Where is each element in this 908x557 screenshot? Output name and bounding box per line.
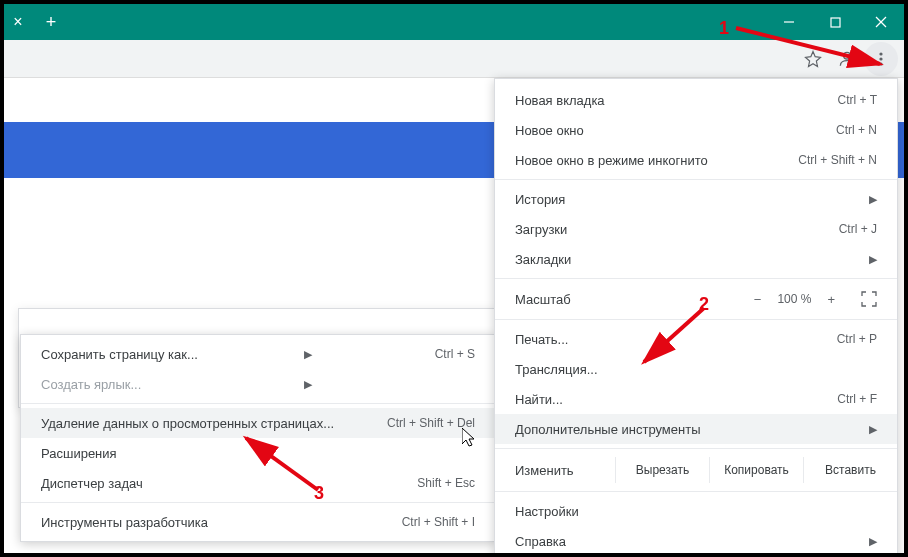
menu-downloads[interactable]: ЗагрузкиCtrl + J [495,214,897,244]
edit-paste-button[interactable]: Вставить [803,457,897,483]
menu-find[interactable]: Найти...Ctrl + F [495,384,897,414]
star-icon [804,50,822,68]
submenu-extensions[interactable]: Расширения [21,438,495,468]
svg-point-7 [879,62,882,65]
zoom-out-button[interactable]: − [748,290,768,309]
maximize-button[interactable] [812,4,858,40]
menu-help[interactable]: Справка▶ [495,526,897,553]
minimize-icon [783,16,795,28]
submenu-clear-browsing-data[interactable]: Удаление данных о просмотренных страница… [21,408,495,438]
new-tab-button[interactable]: + [36,7,66,37]
three-dots-icon [873,51,889,67]
menu-settings[interactable]: Настройки [495,496,897,526]
svg-point-5 [879,52,882,55]
fullscreen-button[interactable] [861,291,877,307]
submenu-save-page[interactable]: Сохранить страницу как...Ctrl + S [21,339,495,369]
tab-close-button[interactable]: × [4,4,32,40]
profile-button[interactable] [830,42,864,76]
close-window-button[interactable] [858,4,904,40]
menu-bookmarks[interactable]: Закладки▶ [495,244,897,274]
submenu-create-shortcut: Создать ярлык... [21,369,495,399]
chevron-right-icon: ▶ [304,348,312,361]
svg-rect-1 [831,18,840,27]
svg-point-6 [879,57,882,60]
chevron-right-icon: ▶ [869,253,877,266]
menu-edit-row: Изменить Вырезать Копировать Вставить [495,453,897,487]
zoom-in-button[interactable]: + [821,290,841,309]
fullscreen-icon [861,291,877,307]
menu-new-window[interactable]: Новое окноCtrl + N [495,115,897,145]
menu-history[interactable]: История▶ [495,184,897,214]
main-menu: Новая вкладкаCtrl + T Новое окноCtrl + N… [494,78,898,553]
submenu-dev-tools[interactable]: Инструменты разработчикаCtrl + Shift + I [21,507,495,537]
more-tools-submenu: Сохранить страницу как...Ctrl + S Создат… [20,334,496,542]
submenu-task-manager[interactable]: Диспетчер задачShift + Esc [21,468,495,498]
close-icon [875,16,887,28]
chevron-right-icon: ▶ [869,193,877,206]
menu-new-incognito[interactable]: Новое окно в режиме инкогнитоCtrl + Shif… [495,145,897,175]
menu-print[interactable]: Печать...Ctrl + P [495,324,897,354]
menu-zoom-row: Масштаб − 100 % + [495,283,897,315]
menu-cast[interactable]: Трансляция... [495,354,897,384]
titlebar: × + [4,4,904,40]
chevron-right-icon: ▶ [869,423,877,436]
chevron-right-icon: ▶ [304,378,312,391]
zoom-level: 100 % [777,292,811,306]
edit-copy-button[interactable]: Копировать [709,457,803,483]
toolbar [4,40,904,78]
maximize-icon [830,17,841,28]
svg-point-4 [844,52,851,59]
menu-new-tab[interactable]: Новая вкладкаCtrl + T [495,85,897,115]
main-menu-button[interactable] [864,42,898,76]
minimize-button[interactable] [766,4,812,40]
chevron-right-icon: ▶ [869,535,877,548]
bookmark-star-button[interactable] [796,42,830,76]
edit-cut-button[interactable]: Вырезать [615,457,709,483]
profile-icon [837,49,857,69]
menu-more-tools[interactable]: Дополнительные инструменты▶ [495,414,897,444]
